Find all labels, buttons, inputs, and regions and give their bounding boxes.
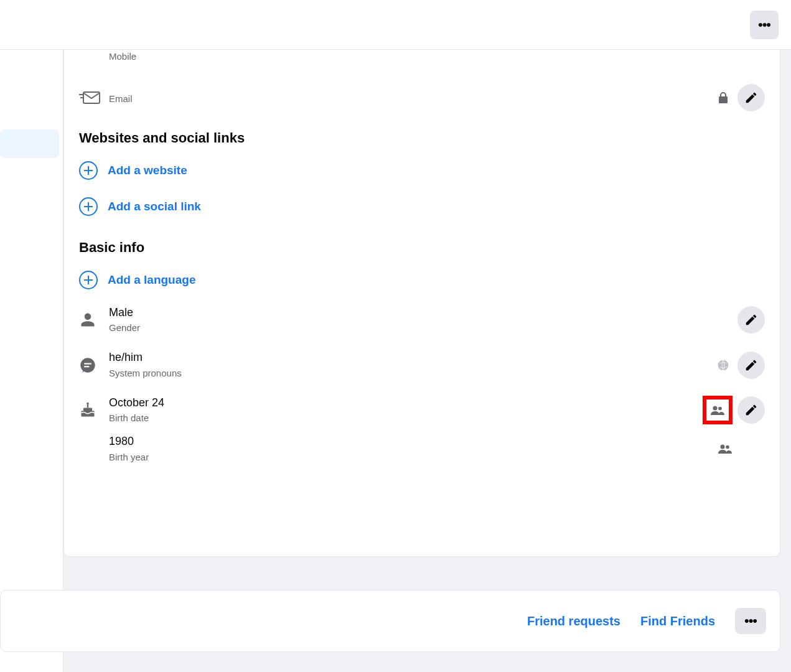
add-language-label: Add a language [108,273,195,287]
friends-more-button[interactable]: ••• [735,608,766,634]
gender-row: Male Gender [79,302,765,338]
email-row: Email [79,80,765,115]
email-edit-button[interactable] [737,84,765,111]
page-content: Mobile Email [0,50,791,672]
pronouns-value: he/him [109,350,716,365]
birth-year-row: 1980 Birth year [79,431,765,467]
friends-card: Friend requests Find Friends ••• [0,590,780,652]
svg-rect-4 [84,363,91,364]
add-website-button[interactable]: Add a website [79,152,765,189]
svg-rect-8 [83,408,92,411]
birth-date-edit-button[interactable] [737,396,765,424]
birth-year-value: 1980 [109,434,716,449]
lock-icon[interactable] [716,91,730,105]
websites-heading: Websites and social links [79,130,765,146]
header-more-button[interactable]: ••• [750,11,779,39]
person-icon [79,311,109,329]
pronouns-edit-button[interactable] [737,352,765,379]
svg-rect-5 [84,366,89,367]
pronouns-row: he/him System pronouns [79,347,765,383]
plus-icon [79,197,98,216]
email-label: Email [109,92,716,105]
sidebar-item-selected[interactable] [0,129,59,158]
svg-point-13 [721,445,725,449]
birth-year-label: Birth year [109,450,716,464]
svg-rect-9 [87,404,88,408]
gender-label: Gender [109,321,737,334]
email-icon [79,91,109,105]
svg-point-6 [718,360,729,370]
friend-requests-link[interactable]: Friend requests [527,614,620,628]
add-language-button[interactable]: Add a language [79,262,765,298]
add-website-label: Add a website [108,164,187,177]
svg-point-12 [718,407,722,411]
svg-point-11 [713,406,718,410]
cake-icon [79,401,109,419]
add-social-link-label: Add a social link [108,200,201,213]
gender-value: Male [109,306,737,320]
basic-info-heading: Basic info [79,240,765,256]
plus-icon [79,271,98,289]
plus-icon [79,161,98,180]
top-bar: ••• [0,0,791,50]
highlight-annotation [703,396,732,424]
svg-point-3 [80,358,95,372]
find-friends-link[interactable]: Find Friends [640,614,715,628]
friends-privacy-icon[interactable] [716,442,734,455]
mobile-label: Mobile [109,50,737,63]
gender-edit-button[interactable] [737,306,765,334]
svg-point-10 [87,403,89,405]
birth-date-label: Birth date [109,411,703,424]
birth-date-value: October 24 [109,396,703,410]
about-card: Mobile Email [63,47,780,557]
friends-privacy-icon[interactable] [709,403,726,417]
globe-icon[interactable] [716,358,730,372]
sidebar [0,50,63,672]
chat-icon [79,357,109,374]
add-social-link-button[interactable]: Add a social link [79,189,765,225]
birth-date-row: October 24 Birth date [79,392,765,428]
svg-point-14 [726,446,729,449]
pronouns-label: System pronouns [109,366,716,380]
